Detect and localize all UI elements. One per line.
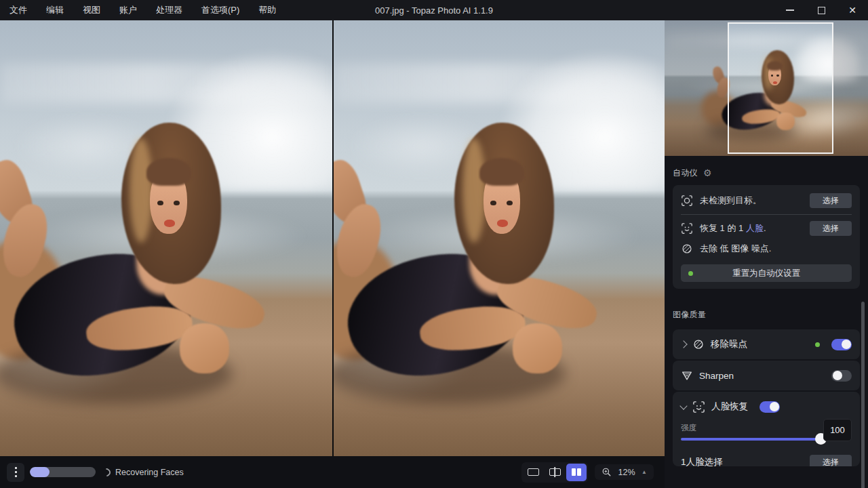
noise-icon <box>681 243 693 255</box>
remove-noise-card[interactable]: 移除噪点 <box>673 329 860 359</box>
after-image-pane[interactable] <box>334 20 665 456</box>
single-view-icon <box>528 468 539 476</box>
split-view-button[interactable] <box>545 464 565 481</box>
reset-autopilot-button[interactable]: 重置为自动仪设置 <box>681 264 852 282</box>
remove-noise-icon <box>692 338 705 350</box>
title-bar: 文件 编辑 视图 账户 处理器 首选项(P) 帮助 007.jpg - Topa… <box>0 0 868 20</box>
subject-target-icon <box>681 195 693 207</box>
image-canvas <box>0 20 665 456</box>
kebab-icon <box>15 467 17 469</box>
zoom-stepper-icon[interactable]: ▲ <box>642 469 647 475</box>
close-icon: ✕ <box>848 5 856 15</box>
window-controls: ✕ <box>774 0 868 20</box>
zoom-in-icon[interactable] <box>601 467 612 477</box>
split-view-icon <box>549 468 561 476</box>
gear-icon[interactable]: ⚙ <box>703 168 712 178</box>
more-options-button[interactable] <box>7 463 24 482</box>
zoom-level-value[interactable]: 12% <box>617 468 636 477</box>
face-recovery-label: 人脸恢复 <box>711 401 748 413</box>
menu-view[interactable]: 视图 <box>73 0 110 20</box>
reset-status-dot <box>688 271 693 276</box>
face-count-link[interactable]: 人脸 <box>746 223 764 233</box>
side-by-side-view-button[interactable] <box>566 464 587 481</box>
noise-status-text: 去除 低 图像 噪点. <box>700 243 771 255</box>
noise-status-row: 去除 低 图像 噪点. <box>681 240 852 258</box>
menu-account[interactable]: 账户 <box>110 0 146 20</box>
autopilot-title: 自动仪 <box>673 167 698 179</box>
viewport-rectangle[interactable] <box>728 22 833 154</box>
face-select-button[interactable]: 选择 <box>810 221 852 236</box>
face-recovery-toggle[interactable] <box>760 401 780 413</box>
autopilot-divider <box>681 214 852 215</box>
menu-preferences[interactable]: 首选项(P) <box>192 0 249 20</box>
progress-fill <box>30 467 50 477</box>
face-detection-row: 恢复 1 的 1 人脸. 选择 <box>681 220 852 237</box>
autopilot-header: 自动仪 ⚙ <box>665 167 868 179</box>
single-view-button[interactable] <box>523 464 543 481</box>
face-status-text: 恢复 1 的 1 人脸. <box>700 222 766 235</box>
minimize-icon <box>786 9 794 11</box>
maximize-icon <box>818 7 825 14</box>
settings-panel: 自动仪 ⚙ 未检测到目标。 选择 <box>665 20 868 488</box>
image-quality-header: 图像质量 <box>665 309 868 320</box>
strength-slider[interactable] <box>681 438 822 441</box>
close-button[interactable]: ✕ <box>837 0 868 20</box>
face-recovery-header[interactable]: 人脸恢复 <box>681 392 852 422</box>
menu-file[interactable]: 文件 <box>0 0 37 20</box>
side-by-side-icon <box>572 468 581 476</box>
faces-select-button[interactable]: 选择 <box>810 455 852 466</box>
subject-detection-row: 未检测到目标。 选择 <box>681 192 852 209</box>
menu-help[interactable]: 帮助 <box>249 0 285 20</box>
navigator-thumbnail[interactable] <box>665 20 868 156</box>
sharpen-toggle[interactable] <box>831 370 852 382</box>
face-recovery-card: 人脸恢复 强度 100 1人脸选择 选择 <box>673 392 860 466</box>
menu-bar: 文件 编辑 视图 账户 处理器 首选项(P) 帮助 <box>0 0 285 20</box>
before-image-pane[interactable] <box>0 20 332 456</box>
remove-noise-toggle[interactable] <box>831 339 852 350</box>
faces-selected-row: 1人脸选择 选择 <box>681 455 852 466</box>
sharpen-icon <box>681 369 693 382</box>
strength-value-box[interactable]: 100 <box>823 419 852 441</box>
panel-scrollbar[interactable] <box>861 302 865 488</box>
before-photo <box>0 20 332 456</box>
minimize-button[interactable] <box>774 0 806 20</box>
autopilot-card: 未检测到目标。 选择 恢复 1 的 1 人脸. 选择 <box>673 185 860 289</box>
sharpen-label: Sharpen <box>699 371 734 381</box>
subject-status-text: 未检测到目标。 <box>700 195 762 207</box>
view-controls: 12% ▲ <box>521 462 658 483</box>
maximize-button[interactable] <box>806 0 837 20</box>
after-photo <box>334 20 665 456</box>
processing-status-text: Recovering Faces <box>115 468 184 477</box>
face-recovery-icon <box>692 401 705 413</box>
app-window: 文件 编辑 视图 账户 处理器 首选项(P) 帮助 007.jpg - Topa… <box>0 0 868 488</box>
chevron-down-icon[interactable] <box>679 402 687 409</box>
spinner-icon <box>101 466 113 478</box>
faces-selected-label: 1人脸选择 <box>681 456 723 466</box>
menu-edit[interactable]: 编辑 <box>37 0 73 20</box>
image-quality-title: 图像质量 <box>673 309 706 321</box>
progress-bar <box>30 467 96 477</box>
strength-control: 强度 100 <box>681 423 852 433</box>
remove-noise-active-dot <box>815 342 820 347</box>
view-mode-group <box>521 462 588 483</box>
zoom-control: 12% ▲ <box>595 464 654 480</box>
subject-select-button[interactable]: 选择 <box>810 193 852 208</box>
menu-processor[interactable]: 处理器 <box>146 0 192 20</box>
chevron-right-icon[interactable] <box>679 340 687 348</box>
bottom-bar: Recovering Faces 12% ▲ <box>0 456 665 488</box>
face-target-icon <box>681 222 693 235</box>
panel-body: 自动仪 ⚙ 未检测到目标。 选择 <box>665 156 868 488</box>
sharpen-card[interactable]: Sharpen <box>673 361 860 390</box>
remove-noise-label: 移除噪点 <box>711 338 747 350</box>
